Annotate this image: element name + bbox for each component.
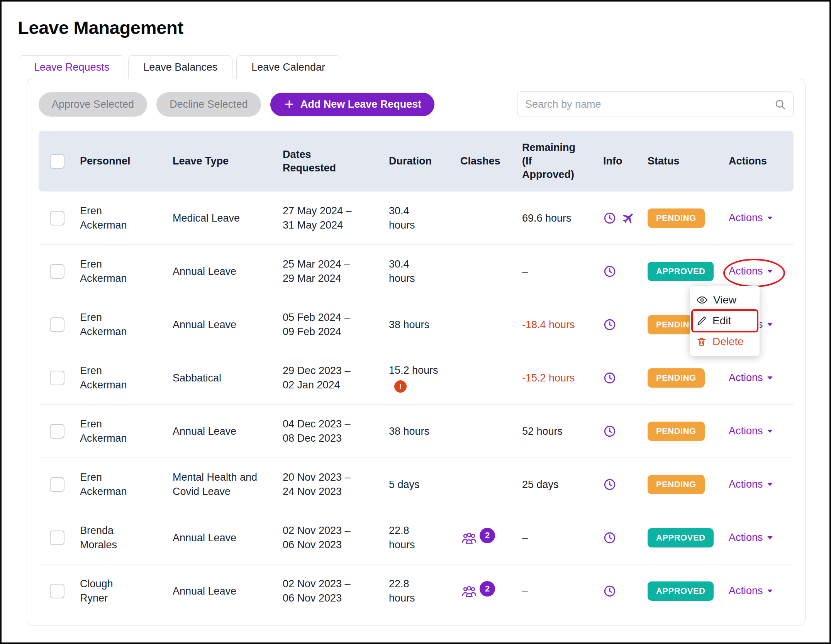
tab-leave-balances[interactable]: Leave Balances: [128, 55, 232, 79]
plus-icon: [283, 98, 295, 110]
dates-requested: 04 Dec 2023 – 08 Dec 2023: [283, 417, 358, 445]
table-row: Eren Ackerman Mental Health and Covid Le…: [39, 458, 794, 511]
clashes-cell: [456, 351, 517, 404]
col-header-info: Info: [599, 141, 643, 181]
status-badge: PENDING: [648, 208, 705, 228]
row-actions-button[interactable]: Actions: [729, 478, 773, 490]
clashes-cell: [456, 458, 517, 511]
clashes-cell: [456, 405, 517, 458]
duration: 5 days: [389, 478, 420, 491]
clock-icon: [603, 371, 616, 385]
table-row: Eren Ackerman Medical Leave 27 May 2024 …: [39, 192, 794, 245]
clash-indicator[interactable]: 2: [460, 530, 495, 546]
clock-icon: [603, 585, 616, 598]
clock-icon: [603, 318, 616, 331]
row-checkbox[interactable]: [50, 317, 64, 332]
dates-requested: 20 Nov 2023 – 24 Nov 2023: [283, 470, 358, 498]
table-header: Personnel Leave Type Dates Requested Dur…: [39, 131, 794, 192]
row-checkbox[interactable]: [50, 530, 64, 545]
row-actions-button[interactable]: Actions: [729, 532, 773, 544]
table-row: Clough Ryner Annual Leave 02 Nov 2023 – …: [39, 564, 794, 617]
select-all-checkbox[interactable]: [50, 154, 64, 169]
row-actions-button[interactable]: Actions: [729, 265, 773, 277]
actions-dropdown-menu: View Edit Delete: [690, 286, 760, 356]
chevron-down-icon: [767, 322, 773, 327]
trash-icon: [696, 336, 707, 347]
clock-icon: [603, 478, 616, 491]
personnel-name: Eren Ackerman: [80, 204, 144, 232]
duration: 22.8 hours: [389, 524, 433, 552]
status-badge: APPROVED: [648, 581, 714, 601]
dates-requested: 25 Mar 2024 – 29 Mar 2024: [283, 257, 358, 285]
remaining-hours: -15.2 hours: [517, 351, 599, 404]
eye-icon: [696, 294, 708, 306]
remaining-hours: 25 days: [517, 458, 599, 511]
clock-icon: [603, 531, 616, 544]
search-icon[interactable]: [774, 98, 786, 110]
row-actions-button[interactable]: Actions: [729, 585, 773, 597]
tab-leave-calendar[interactable]: Leave Calendar: [236, 55, 340, 79]
table-row: Eren Ackerman Sabbatical 29 Dec 2023 – 0…: [39, 351, 794, 405]
row-actions-button[interactable]: Actions: [729, 372, 773, 384]
leave-type: Annual Leave: [168, 405, 278, 458]
warning-icon: !: [394, 380, 407, 393]
duration: 38 hours: [389, 318, 429, 332]
col-header-remaining: Remaining (If Approved): [522, 141, 580, 181]
leave-type: Annual Leave: [168, 511, 278, 564]
duration: 30.4 hours: [389, 204, 433, 232]
menu-item-edit[interactable]: Edit: [690, 310, 760, 331]
leave-type: Annual Leave: [168, 245, 278, 298]
remaining-hours: –: [517, 245, 599, 298]
table-row: Eren Ackerman Annual Leave 04 Dec 2023 –…: [39, 405, 794, 458]
row-actions-button[interactable]: Actions: [729, 212, 773, 224]
col-header-personnel: Personnel: [75, 141, 168, 181]
row-checkbox[interactable]: [50, 264, 64, 279]
decline-selected-button[interactable]: Decline Selected: [156, 92, 261, 117]
row-checkbox[interactable]: [50, 371, 64, 385]
clock-icon: [603, 265, 616, 278]
add-new-leave-request-button[interactable]: Add New Leave Request: [270, 93, 435, 116]
status-badge: APPROVED: [648, 262, 714, 281]
chevron-down-icon: [767, 216, 773, 220]
leave-requests-panel: Approve Selected Decline Selected Add Ne…: [27, 79, 806, 625]
clashes-cell: [456, 245, 517, 298]
remaining-hours: –: [517, 564, 599, 617]
row-checkbox[interactable]: [50, 211, 64, 225]
col-header-duration: Duration: [384, 141, 456, 181]
chevron-down-icon: [767, 429, 773, 434]
duration: 30.4 hours: [389, 257, 433, 285]
plane-icon: [619, 208, 639, 228]
status-badge: PENDING: [648, 475, 705, 494]
col-header-clashes: Clashes: [456, 141, 517, 181]
personnel-name: Eren Ackerman: [80, 417, 144, 445]
dates-requested: 27 May 2024 – 31 May 2024: [283, 204, 358, 232]
leave-type: Annual Leave: [168, 564, 278, 617]
clashes-cell: [456, 192, 517, 244]
chevron-down-icon: [767, 482, 773, 487]
clash-indicator[interactable]: 2: [460, 583, 495, 599]
row-checkbox[interactable]: [50, 477, 64, 492]
tab-leave-requests[interactable]: Leave Requests: [19, 55, 124, 79]
chevron-down-icon: [767, 376, 773, 380]
approve-selected-button[interactable]: Approve Selected: [39, 92, 147, 117]
chevron-down-icon: [767, 589, 773, 593]
dates-requested: 05 Feb 2024 – 09 Feb 2024: [283, 310, 358, 339]
row-checkbox[interactable]: [50, 584, 64, 598]
duration: 15.2 hours: [389, 363, 438, 377]
clash-count-badge: 2: [480, 528, 495, 543]
search-input[interactable]: [524, 98, 774, 111]
row-checkbox[interactable]: [50, 424, 64, 439]
row-actions-button[interactable]: Actions: [729, 425, 773, 437]
col-header-leave-type: Leave Type: [168, 141, 278, 181]
leave-type: Annual Leave: [168, 298, 278, 351]
menu-item-delete[interactable]: Delete: [690, 331, 760, 352]
duration: 38 hours: [389, 424, 429, 438]
pencil-icon: [696, 315, 707, 326]
status-badge: PENDING: [648, 368, 705, 388]
menu-item-view[interactable]: View: [690, 290, 760, 310]
table-row: Brenda Morales Annual Leave 02 Nov 2023 …: [39, 511, 794, 564]
dates-requested: 02 Nov 2023 – 06 Nov 2023: [283, 577, 358, 605]
remaining-hours: -18.4 hours: [517, 298, 599, 351]
clash-count-badge: 2: [480, 581, 495, 597]
table-row: Eren Ackerman Annual Leave 25 Mar 2024 –…: [39, 245, 794, 298]
